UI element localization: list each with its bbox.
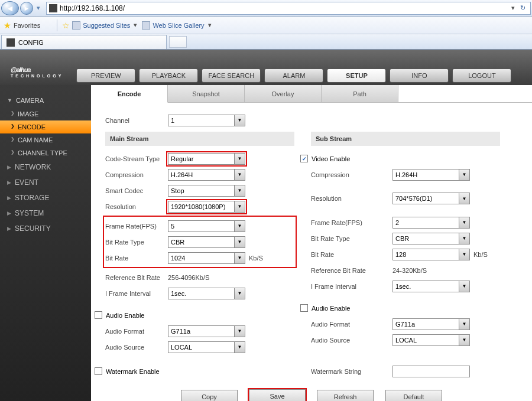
chevron-down-icon: ▼ (234, 237, 245, 247)
label: Audio Format (311, 321, 392, 328)
main-stream-column: Main Stream Code-Stream Type ▼ Compressi… (105, 132, 294, 355)
main-tab-logout[interactable]: LOGOUT (452, 69, 511, 83)
smart-codec-select[interactable]: ▼ (168, 185, 245, 197)
main-tab-playback[interactable]: PLAYBACK (139, 69, 198, 83)
main-tab-face-search[interactable]: FACE SEARCH (202, 69, 261, 83)
nav-history-dropdown[interactable]: ▾ (34, 1, 43, 15)
channel-select[interactable]: ▼ (168, 115, 245, 126)
iframe-interval-select[interactable]: ▼ (168, 288, 245, 299)
tab-icon (7, 38, 15, 47)
channel-label: Channel (105, 117, 168, 124)
url-dropdown-icon[interactable]: ▾ (509, 4, 517, 12)
watermark-enable-checkbox[interactable] (95, 367, 102, 375)
subtab-snapshot[interactable]: Snapshot (168, 85, 245, 102)
label: Code-Stream Type (105, 155, 168, 162)
sidebar-item-cam-name[interactable]: CAM NAME (0, 133, 91, 146)
new-tab-button[interactable] (169, 36, 187, 48)
watermark-enable-label: Watermark Enable (106, 368, 160, 375)
video-enable-checkbox[interactable] (300, 155, 308, 162)
chevron-down-icon: ▼ (234, 288, 245, 299)
sidebar-cat-storage[interactable]: ▶STORAGE (0, 190, 91, 206)
label: Audio Source (311, 337, 392, 344)
audio-source-select[interactable]: ▼ (168, 341, 245, 353)
copy-button[interactable]: Copy (181, 390, 238, 401)
chevron-down-icon: ▼ (234, 253, 245, 263)
main-tab-alarm[interactable]: ALARM (264, 69, 323, 83)
chevron-down-icon: ▼ (234, 221, 245, 232)
back-button[interactable]: ◄ (1, 1, 19, 15)
sidebar-item-encode[interactable]: ENCODE (0, 120, 91, 133)
main-tab-preview[interactable]: PREVIEW (76, 69, 135, 83)
main-tab-setup[interactable]: SETUP (327, 69, 386, 83)
sidebar-cat-security[interactable]: ▶SECURITY (0, 221, 91, 236)
chevron-down-icon: ▼ (234, 201, 245, 212)
main-tabs: PREVIEWPLAYBACKFACE SEARCHALARMSETUPINFO… (76, 69, 511, 83)
sub-audio-source-select[interactable]: ▼ (392, 334, 470, 346)
sidebar-cat-network[interactable]: ▶NETWORK (0, 159, 91, 175)
chevron-down-icon: ▼ (234, 342, 245, 353)
refresh-button[interactable]: Refresh (317, 390, 374, 401)
subtab-encode[interactable]: Encode (91, 85, 168, 103)
chevron-down-icon: ▼ (234, 154, 245, 164)
sidebar-item-image[interactable]: IMAGE (0, 107, 91, 120)
web-slice-link[interactable]: Web Slice Gallery (142, 21, 204, 30)
label: Bit Rate Type (311, 235, 392, 242)
suggested-sites-link[interactable]: Suggested Sites (72, 21, 130, 30)
sub-audio-enable-label: Audio Enable (312, 305, 350, 312)
app-header: @alhua TECHNOLOGY PREVIEWPLAYBACKFACE SE… (0, 50, 532, 85)
browser-tab[interactable]: CONFIG (1, 35, 167, 49)
watermark-string-input[interactable] (392, 366, 470, 377)
main-stream-header: Main Stream (105, 132, 294, 146)
refresh-icon[interactable]: ↻ (517, 4, 528, 12)
default-button[interactable]: Default (385, 390, 442, 401)
frame-rate-select[interactable]: ▼ (168, 220, 245, 232)
sub-compression-select[interactable]: ▼ (392, 169, 470, 181)
chevron-down-icon: ▼ (234, 326, 245, 337)
favorites-label[interactable]: Favorites (14, 22, 40, 29)
sidebar-cat-event[interactable]: ▶EVENT (0, 175, 91, 190)
sub-audio-enable-checkbox[interactable] (300, 304, 308, 312)
save-button[interactable]: Save (249, 389, 306, 401)
sub-stream-header: Sub Stream (311, 132, 500, 146)
label: Bit Rate (105, 255, 168, 262)
forward-button[interactable]: ► (20, 2, 33, 15)
main-tab-info[interactable]: INFO (390, 69, 449, 83)
sub-bit-rate-type-select[interactable]: ▼ (392, 233, 470, 244)
subtab-path[interactable]: Path (322, 85, 398, 102)
sub-frame-rate-select[interactable]: ▼ (392, 217, 470, 229)
watermark-string-label: Watermark String (311, 368, 392, 375)
chevron-down-icon: ▼ (459, 249, 469, 260)
chevron-down-icon: ▼ (459, 217, 469, 228)
bit-rate-type-select[interactable]: ▼ (168, 236, 245, 248)
sub-iframe-interval-select[interactable]: ▼ (392, 281, 470, 292)
unit-label: Kb/S (249, 255, 263, 262)
address-bar[interactable]: ▾ ↻ (46, 2, 531, 15)
sidebar-cat-system[interactable]: ▶SYSTEM (0, 206, 91, 221)
code-stream-type-select[interactable]: ▼ (168, 153, 245, 165)
compression-select[interactable]: ▼ (168, 169, 245, 181)
sub-resolution-select[interactable]: ▼ (392, 193, 470, 204)
sub-audio-format-select[interactable]: ▼ (392, 318, 470, 330)
chevron-down-icon: ▼ (459, 233, 469, 244)
add-favorite-icon[interactable]: ☆ (62, 21, 70, 30)
bit-rate-select[interactable]: ▼ (168, 252, 245, 264)
sidebar: ▼CAMERA IMAGEENCODECAM NAMECHANNEL TYPE … (0, 85, 91, 401)
dropdown-icon[interactable]: ▾ (134, 21, 137, 29)
label: I Frame Interval (105, 290, 168, 297)
browser-tab-bar: CONFIG (0, 34, 532, 50)
favorites-star-icon[interactable]: ★ (4, 21, 11, 30)
subtab-overlay[interactable]: Overlay (245, 85, 322, 102)
audio-enable-label: Audio Enable (106, 312, 144, 319)
page-icon (72, 21, 80, 30)
sidebar-cat-camera[interactable]: ▼CAMERA (0, 93, 91, 107)
audio-format-select[interactable]: ▼ (168, 325, 245, 337)
sidebar-item-channel-type[interactable]: CHANNEL TYPE (0, 146, 91, 159)
audio-enable-checkbox[interactable] (95, 311, 102, 319)
dropdown-icon[interactable]: ▾ (208, 21, 212, 29)
label: Resolution (311, 195, 392, 202)
chevron-down-icon: ▼ (459, 319, 469, 330)
url-input[interactable] (60, 4, 509, 12)
resolution-select[interactable]: ▼ (168, 201, 245, 213)
chevron-down-icon: ▼ (234, 115, 245, 126)
sub-bit-rate-select[interactable]: ▼ (392, 249, 470, 260)
